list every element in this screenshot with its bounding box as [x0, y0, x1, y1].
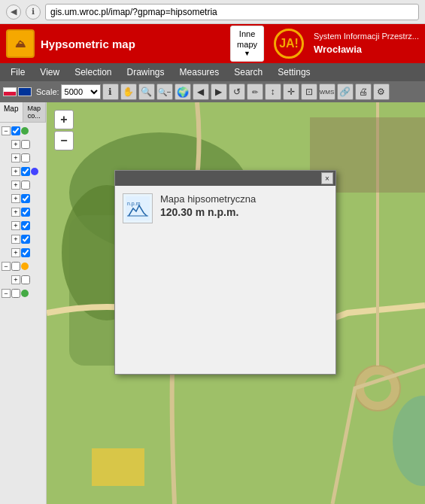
layer-check-12[interactable]: [21, 275, 30, 284]
menu-bar: File View Selection Drawings Measures Se…: [0, 63, 425, 81]
layer-expand-5[interactable]: +: [11, 181, 20, 190]
refresh-button[interactable]: ↺: [229, 83, 245, 100]
layer-expand-3[interactable]: +: [11, 153, 20, 162]
layer-expand-13[interactable]: −: [2, 289, 11, 298]
zoom-in-button[interactable]: +: [54, 110, 74, 129]
zoom-in-tool-button[interactable]: 🔍: [138, 83, 155, 100]
flag-poland: [3, 87, 17, 96]
wms-button[interactable]: WMS: [319, 83, 335, 100]
layer-expand-9[interactable]: +: [11, 235, 20, 244]
zoom-controls: + −: [54, 110, 74, 150]
menu-view[interactable]: View: [32, 65, 67, 80]
scale-select[interactable]: 1000 2000 5000 10000 25000 50000: [61, 84, 101, 99]
popup-close-button[interactable]: ×: [321, 172, 333, 184]
list-item: −: [2, 287, 44, 300]
svg-rect-6: [92, 448, 144, 486]
layer-dot-13: [21, 290, 29, 297]
sidebar-tab-mapco[interactable]: Map co...: [23, 102, 47, 122]
layer-check-8[interactable]: [21, 221, 30, 230]
layer-check-13[interactable]: [11, 289, 20, 298]
zoom-out-button[interactable]: −: [54, 131, 74, 150]
layer-expand-2[interactable]: +: [11, 140, 20, 149]
layer-check-3[interactable]: [21, 153, 30, 162]
app-title: Hypsometric map: [41, 38, 224, 50]
browser-chrome: ◀ ℹ: [0, 0, 425, 24]
layer-expand-7[interactable]: +: [11, 208, 20, 217]
info-tool-button[interactable]: ℹ: [102, 83, 119, 100]
draw-arrow-button[interactable]: ↕: [265, 83, 281, 100]
popup-dialog-value: 120.30 m n.p.m.: [160, 206, 328, 218]
popup-header-row: n.p.m Mapa hipsometryczna 120.30 m n.p.m…: [123, 193, 328, 223]
sidebar-tab-map[interactable]: Map: [0, 102, 23, 122]
main-area: Map Map co... − + + +: [0, 102, 425, 504]
layer-check-2[interactable]: [21, 140, 30, 149]
info-icon: ℹ: [32, 7, 35, 17]
layer-expand-1[interactable]: −: [2, 126, 11, 135]
layer-expand-6[interactable]: +: [11, 194, 20, 203]
hypsometric-icon: n.p.m: [126, 196, 150, 220]
sidebar: Map Map co... − + + +: [0, 102, 47, 504]
menu-file[interactable]: File: [3, 65, 32, 80]
layer-check-10[interactable]: [21, 248, 30, 257]
map-area[interactable]: + − × n.p.m: [47, 102, 425, 504]
list-item: +: [2, 165, 44, 178]
layer-check-7[interactable]: [21, 208, 30, 217]
layer-expand-10[interactable]: +: [11, 248, 20, 257]
layer-expand-11[interactable]: −: [2, 262, 11, 271]
menu-measures[interactable]: Measures: [172, 65, 227, 80]
layer-dot-1: [21, 127, 29, 135]
list-item: +: [2, 138, 44, 151]
layer-dot-4: [31, 168, 38, 175]
zoom-out-tool-button[interactable]: 🔍−: [156, 83, 173, 100]
menu-drawings[interactable]: Drawings: [120, 65, 172, 80]
popup-dialog: × n.p.m Mapa hipsometryczna: [114, 170, 336, 375]
crop-button[interactable]: ⊡: [301, 83, 317, 100]
layer-expand-4[interactable]: +: [11, 167, 20, 176]
layer-check-6[interactable]: [21, 194, 30, 203]
inne-mapy-button[interactable]: Inne mapy ▼: [230, 26, 264, 62]
list-item: +: [2, 232, 44, 246]
header-banner: ⛰ Hypsometric map Inne mapy ▼ JA! System…: [0, 24, 425, 63]
layer-check-11[interactable]: [11, 262, 20, 271]
layer-check-1[interactable]: [11, 126, 20, 135]
layer-check-5[interactable]: [21, 181, 30, 190]
print-button[interactable]: 🖨: [355, 83, 372, 100]
layer-check-9[interactable]: [21, 235, 30, 244]
popup-titlebar: ×: [115, 171, 335, 186]
app-logo: ⛰: [6, 29, 35, 58]
layer-dot-11: [21, 263, 29, 270]
list-item: +: [2, 192, 44, 205]
popup-text-block: Mapa hipsometryczna 120.30 m n.p.m.: [160, 193, 328, 218]
scale-label: Scale:: [36, 87, 59, 96]
draw-cross-button[interactable]: ✛: [283, 83, 299, 100]
list-item: +: [2, 219, 44, 232]
menu-settings[interactable]: Settings: [270, 65, 317, 80]
popup-icon: n.p.m: [123, 193, 153, 223]
list-item: +: [2, 273, 44, 287]
globe-tool-button[interactable]: 🌍: [175, 83, 191, 100]
flag-eu: [18, 87, 32, 96]
popup-content: n.p.m Mapa hipsometryczna 120.30 m n.p.m…: [115, 186, 335, 374]
forward-nav-button[interactable]: ▶: [211, 83, 227, 100]
info-button[interactable]: ℹ: [26, 5, 41, 20]
list-item: −: [2, 260, 44, 273]
layer-check-4[interactable]: [21, 167, 30, 176]
link-button[interactable]: 🔗: [337, 83, 354, 100]
sidebar-content: − + + + +: [0, 123, 46, 302]
back-nav-button[interactable]: ◀: [193, 83, 209, 100]
layer-expand-8[interactable]: +: [11, 221, 20, 230]
list-item: +: [2, 151, 44, 165]
menu-search[interactable]: Search: [226, 65, 270, 80]
system-info: System Informacji Przestrz... Wrocławia: [314, 31, 419, 56]
sidebar-tabs: Map Map co...: [0, 102, 46, 123]
address-bar[interactable]: [45, 4, 419, 20]
system-logo: JA!: [270, 29, 308, 59]
extra-button[interactable]: ⚙: [373, 83, 390, 100]
layer-expand-12[interactable]: +: [11, 275, 20, 284]
draw-line-button[interactable]: ✏: [247, 83, 263, 100]
pan-tool-button[interactable]: ✋: [120, 83, 137, 100]
back-button[interactable]: ◀: [6, 5, 21, 20]
list-item: +: [2, 246, 44, 260]
list-item: +: [2, 205, 44, 219]
menu-selection[interactable]: Selection: [67, 65, 119, 80]
